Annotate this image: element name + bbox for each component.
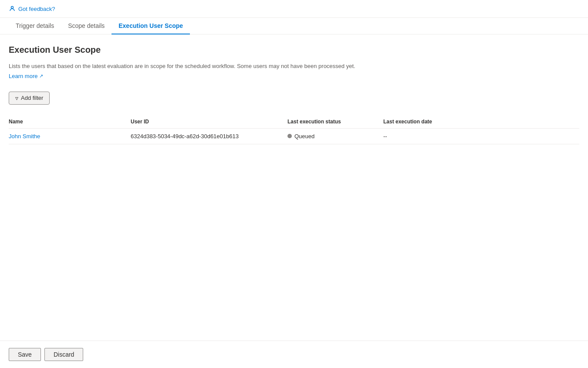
tab-execution-user-scope[interactable]: Execution User Scope: [112, 18, 190, 34]
external-link-icon: ↗: [39, 73, 43, 79]
add-filter-label: Add filter: [21, 95, 43, 101]
user-scope-table: Name User ID Last execution status Last …: [9, 115, 579, 144]
add-filter-button[interactable]: ▿ Add filter: [9, 92, 50, 105]
col-header-status: Last execution status: [287, 115, 383, 129]
filter-icon: ▿: [15, 95, 18, 102]
description-text: Lists the users that based on the latest…: [9, 62, 579, 71]
status-label: Queued: [294, 133, 314, 140]
page-title: Execution User Scope: [9, 45, 579, 55]
tab-nav: Trigger details Scope details Execution …: [0, 18, 588, 34]
footer: Save Discard: [0, 341, 588, 368]
learn-more-label: Learn more: [9, 73, 37, 79]
tab-trigger-details[interactable]: Trigger details: [9, 18, 61, 34]
col-header-user-id: User ID: [131, 115, 287, 129]
tab-scope-details[interactable]: Scope details: [61, 18, 112, 34]
user-name-link[interactable]: John Smithe: [9, 133, 40, 140]
cell-user-id: 6324d383-5034-49dc-a62d-30d61e01b613: [131, 128, 287, 144]
table-header-row: Name User ID Last execution status Last …: [9, 115, 579, 129]
learn-more-link[interactable]: Learn more ↗: [9, 73, 43, 79]
save-button[interactable]: Save: [9, 348, 41, 361]
cell-last-execution-date: --: [383, 128, 579, 144]
discard-button[interactable]: Discard: [44, 348, 83, 361]
feedback-bar: Got feedback?: [0, 0, 588, 18]
feedback-icon: [9, 5, 16, 12]
col-header-date: Last execution date: [383, 115, 579, 129]
main-content: Execution User Scope Lists the users tha…: [0, 34, 588, 341]
cell-status: Queued: [287, 128, 383, 144]
status-dot-icon: [287, 134, 292, 138]
feedback-link[interactable]: Got feedback?: [18, 6, 55, 12]
svg-point-0: [11, 7, 14, 9]
col-header-name: Name: [9, 115, 131, 129]
cell-user-name: John Smithe: [9, 128, 131, 144]
table-row: John Smithe6324d383-5034-49dc-a62d-30d61…: [9, 128, 579, 144]
